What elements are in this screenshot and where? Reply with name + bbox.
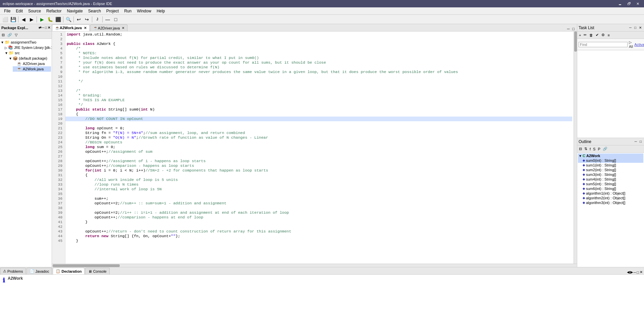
task-search-area: ▷ All Activate... ⚙ [577, 39, 644, 50]
task-search-input[interactable] [579, 42, 628, 47]
outline-item-sum5[interactable]: ◆ sum5(int) : String[] [578, 182, 643, 186]
package-explorer-toolbar: ⊟ 🔗 ▽ [0, 31, 52, 39]
tree-item-defaultpkg[interactable]: ▼ 📦 (default package) [9, 56, 51, 61]
menu-navigate[interactable]: Navigate [64, 8, 85, 14]
bottom-maximize[interactable]: □ [637, 270, 639, 274]
outline-item-sum3[interactable]: ◆ sum3(int) : String[] [578, 172, 643, 177]
outline-item-sum4[interactable]: ◆ sum4(int) : String[] [578, 177, 643, 182]
tab-javadoc[interactable]: 📄 Javadoc [26, 268, 52, 274]
save-button[interactable]: 💾 [9, 16, 17, 23]
outline-item-alg2[interactable]: ◆ algorithm2(int) : Object[] [578, 196, 643, 200]
outline-sort[interactable]: ⇅ [583, 146, 588, 151]
left-panel: Package Expl... ⇄ ─ □ ✕ ⊟ 🔗 ▽ ▼ 📁 assign… [0, 24, 52, 267]
tree-item-assignmentTwo[interactable]: ▼ 📁 assignmentTwo [1, 40, 51, 45]
task-list-minimize[interactable]: ─ [628, 25, 633, 30]
search-toolbar-button[interactable]: 🔍 [65, 16, 72, 23]
outline-hide-static[interactable]: S [592, 147, 596, 151]
tab-a2driver-close[interactable]: ✕ [122, 26, 124, 30]
code-editor[interactable]: import java.util.Random; public class A2… [65, 31, 574, 264]
bottom-minimize[interactable]: ─ [634, 270, 636, 274]
task-columns-btn[interactable]: ≡ [606, 33, 610, 38]
tree-item-a2work[interactable]: ☕ A2Work.java [13, 66, 51, 72]
tab-a2driver[interactable]: ☕ A2Driver.java ✕ [90, 24, 127, 31]
debug-button[interactable]: 🐛 [46, 16, 54, 23]
menu-search[interactable]: Search [86, 8, 104, 14]
bottom-nav-forward[interactable]: ▶ [630, 270, 633, 274]
outline-item-alg3[interactable]: ◆ algorithm3(int) : Object[] [578, 200, 643, 205]
package-explorer-title: Package Expl... [1, 26, 28, 30]
pkg-sync-icon[interactable]: ⇄ [39, 26, 41, 29]
run-button[interactable]: ▶ [38, 16, 46, 23]
tab-a2work[interactable]: ☕ A2Work.java ✕ [52, 24, 90, 31]
close-button[interactable]: ✕ [634, 1, 641, 6]
menu-source[interactable]: Source [25, 8, 44, 14]
outline-label-sum1: sum1(int) : String[] [586, 163, 616, 167]
package-explorer-controls: ⇄ ─ □ ✕ [39, 26, 50, 29]
editor-minimize-btn[interactable]: ─ [566, 26, 571, 31]
maximize-button[interactable]: 🗗 [625, 1, 633, 6]
task-mark-done-btn[interactable]: ✔ [595, 32, 600, 38]
redo-button[interactable]: ↪ [83, 16, 91, 23]
task-new-btn[interactable]: + [578, 33, 582, 38]
outline-hide-fields[interactable]: f [589, 147, 592, 151]
tree-item-src[interactable]: ▼ 📁 src [5, 50, 51, 56]
outline-item-sum6[interactable]: ◆ sum6(int) : String[] [578, 186, 643, 191]
menu-edit[interactable]: Edit [13, 8, 25, 14]
tree-item-a2driver[interactable]: ☕ A2Driver.java [13, 61, 51, 66]
editor-area: ☕ A2Work.java ✕ ☕ A2Driver.java ✕ ─ □ [52, 24, 577, 267]
tab-a2work-close[interactable]: ✕ [84, 26, 87, 30]
back-button[interactable]: ◀ [20, 16, 27, 23]
bottom-nav-back[interactable]: ◀ [627, 270, 630, 274]
task-list-close[interactable]: ✕ [638, 25, 643, 30]
outline-hide-nonpublic[interactable]: P [597, 147, 601, 151]
tree-item-jre[interactable]: ▷ 📚 JRE System Library [jdk-1. [5, 45, 51, 50]
menu-window[interactable]: Window [134, 8, 154, 14]
outline-link-editor[interactable]: 🔗 [602, 146, 608, 151]
task-all-btn[interactable]: ▷ All [629, 40, 633, 49]
task-list-maximize[interactable]: □ [633, 25, 637, 30]
tab-problems[interactable]: ⚠ Problems [0, 268, 26, 274]
task-activate-btn[interactable]: Activate... [634, 43, 644, 47]
outline-item-sum1[interactable]: ◆ sum1(int) : String[] [578, 163, 643, 168]
minimize-toolbar[interactable]: — [104, 16, 111, 23]
bottom-close[interactable]: ✕ [640, 270, 643, 274]
code-container[interactable]: 1234567891011121314151617181920212223242… [52, 31, 577, 264]
toolbar-separator-2 [37, 16, 37, 22]
code-hscrollbar[interactable] [52, 264, 577, 267]
menu-help[interactable]: Help [154, 8, 168, 14]
stop-button[interactable]: ⬛ [54, 16, 62, 23]
task-edit-btn[interactable]: ✏ [583, 32, 588, 38]
perspective-java[interactable]: J [94, 16, 101, 23]
outline-item-sum2[interactable]: ◆ sum2(int) : String[] [578, 168, 643, 172]
code-hscrollbar-thumb[interactable] [53, 264, 120, 267]
editor-maximize-btn[interactable]: □ [571, 26, 576, 31]
tab-declaration[interactable]: 📋 Declaration [53, 268, 85, 274]
pkg-minimize-icon[interactable]: ─ [42, 26, 44, 29]
menu-refactor[interactable]: Refactor [44, 8, 64, 14]
pkg-collapse-all[interactable]: ⊟ [1, 32, 6, 38]
pkg-link-with-editor[interactable]: 🔗 [6, 32, 13, 38]
pkg-maximize-icon[interactable]: □ [45, 26, 47, 29]
minimize-button[interactable]: 🗕 [616, 1, 624, 6]
outline-collapse-all[interactable]: ⊟ [578, 146, 583, 151]
right-panel: Task List ─ □ ✕ + ✏ 🗑 ✔ ⚙ ≡ [577, 24, 644, 267]
pkg-menu[interactable]: ▽ [14, 32, 18, 38]
task-filter-btn[interactable]: ⚙ [600, 32, 606, 38]
task-delete-btn[interactable]: 🗑 [588, 33, 594, 38]
new-button[interactable]: ⬜ [1, 16, 9, 23]
forward-button[interactable]: ▶ [28, 16, 35, 23]
maximize-toolbar[interactable]: □ [112, 16, 119, 23]
outline-item-A2Work[interactable]: ▼ C A2Work [578, 153, 643, 158]
outline-item-alg1[interactable]: ◆ algorithm1(int) : Object[] [578, 191, 643, 196]
outline-item-sum0[interactable]: ◆ sum0(int) : String[] [578, 158, 643, 163]
code-scrollbar-thumb[interactable] [574, 31, 577, 52]
outline-minimize[interactable]: ─ [634, 139, 638, 144]
menu-file[interactable]: File [1, 8, 13, 14]
menu-project[interactable]: Project [104, 8, 121, 14]
menu-run[interactable]: Run [121, 8, 134, 14]
outline-maximize[interactable]: □ [639, 139, 643, 144]
undo-button[interactable]: ↩ [75, 16, 83, 23]
code-scrollbar[interactable] [574, 31, 577, 264]
tab-console[interactable]: 🖥 Console [85, 268, 109, 274]
pkg-close-icon[interactable]: ✕ [48, 26, 50, 29]
